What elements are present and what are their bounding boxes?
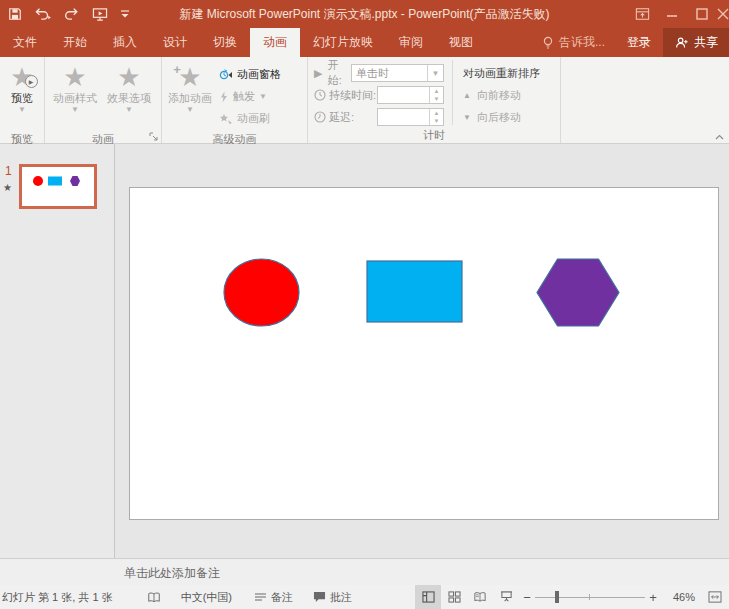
group-preview: ★ ▶ 预览 ▼ 预览 [0,57,45,143]
ribbon-display-options-icon[interactable] [627,0,657,28]
zoom-slider-track[interactable] [535,597,645,598]
move-later-button[interactable]: ▼ 向后移动 [463,110,557,125]
tell-me-button[interactable]: 告诉我... [532,28,615,57]
customize-qat-icon[interactable] [120,8,130,20]
ribbon-empty-space [561,57,729,143]
duration-row: 持续时间: ▲▼ [314,86,444,104]
spellcheck-book-icon [147,591,161,604]
quick-access-toolbar [8,7,130,22]
animation-pane-button[interactable]: 动画窗格 [219,65,281,84]
ellipse-shape[interactable] [224,259,299,326]
trigger-button[interactable]: 触发 ▼ [219,87,281,106]
notes-placeholder[interactable]: 单击此处添加备注 [124,565,220,582]
star-icon: ★ [117,62,140,92]
zoom-slider[interactable] [535,585,645,609]
ribbon: ★ ▶ 预览 ▼ 预览 ★ 动画样式 ▼ ★ 效果选项 ▼ 动画 [0,57,729,144]
dialog-launcher-icon[interactable] [149,132,158,141]
comment-icon [313,591,326,603]
comments-toggle-button[interactable]: 批注 [309,585,356,609]
slide-thumbnail-panel[interactable]: 1 ★ [0,144,115,558]
chevron-down-icon: ▼ [71,105,79,114]
reorder-animation-title: 对动画重新排序 [463,66,557,81]
spinner-down-icon[interactable]: ▼ [430,95,443,103]
notes-toggle-button[interactable]: 备注 [250,585,297,609]
ribbon-tab-row: 文件 开始 插入 设计 切换 动画 幻灯片放映 审阅 视图 告诉我... 登录 … [0,28,729,57]
star-icon: ★ [63,62,86,92]
tab-transitions[interactable]: 切换 [200,28,250,57]
language-status[interactable]: 中文(中国) [177,585,236,609]
sign-in-button[interactable]: 登录 [615,28,663,57]
zoom-in-button[interactable]: + [645,590,661,605]
start-dropdown[interactable]: 单击时 ▼ [351,64,444,82]
normal-view-button[interactable] [415,585,441,609]
play-badge-icon: ▶ [25,75,38,88]
proofing-button[interactable] [143,585,165,609]
zoom-level[interactable]: 46% [661,591,695,603]
delay-spinner[interactable]: ▲▼ [377,108,444,126]
spinner-down-icon[interactable]: ▼ [430,117,443,125]
tab-review[interactable]: 审阅 [386,28,436,57]
start-row: ▶ 开始: 单击时 ▼ [314,64,444,82]
group-timing: ▶ 开始: 单击时 ▼ 持续时间: ▲▼ [308,57,561,143]
reading-view-button[interactable] [467,585,493,609]
reading-view-icon [473,591,487,603]
save-icon[interactable] [8,7,22,21]
tab-file[interactable]: 文件 [0,28,50,57]
slide-sorter-icon [448,591,461,603]
zoom-out-button[interactable]: − [519,590,535,605]
move-earlier-button[interactable]: ▲ 向前移动 [463,88,557,103]
tab-slideshow[interactable]: 幻灯片放映 [300,28,386,57]
slide-sorter-view-button[interactable] [441,585,467,609]
fit-to-window-icon [708,591,722,603]
preview-button[interactable]: ★ ▶ 预览 ▼ [3,60,41,132]
tab-home[interactable]: 开始 [50,28,100,57]
add-animation-star-icon: ★ + [178,62,201,92]
tab-view[interactable]: 视图 [436,28,486,57]
slideshow-icon [500,591,513,603]
slide-canvas[interactable] [129,187,719,520]
maximize-icon[interactable] [687,0,717,28]
preview-star-icon: ★ ▶ [10,62,33,92]
fit-slide-to-window-button[interactable] [703,585,727,609]
share-button[interactable]: 共享 [663,28,729,57]
spinner-up-icon[interactable]: ▲ [430,87,443,95]
animation-pane-icon [219,69,233,81]
add-animation-button[interactable]: ★ + 添加动画 ▼ [165,60,215,132]
slideshow-view-button[interactable] [493,585,519,609]
spinner-up-icon[interactable]: ▲ [430,109,443,117]
tab-insert[interactable]: 插入 [100,28,150,57]
chevron-down-icon: ▼ [186,105,194,114]
duration-spinner[interactable]: ▲▼ [377,86,444,104]
chevron-down-icon: ▼ [125,105,133,114]
lightbulb-icon [542,36,554,50]
zoom-slider-thumb[interactable] [555,591,559,603]
chevron-down-icon[interactable]: ▼ [427,65,443,81]
notes-pane[interactable]: 单击此处添加备注 [0,558,729,586]
slide-count-status: 幻灯片 第 1 张, 共 1 张 [2,590,113,605]
animation-styles-button[interactable]: ★ 动画样式 ▼ [48,60,102,132]
undo-icon[interactable] [34,7,52,21]
chevron-down-icon: ▼ [259,92,267,101]
workspace: 1 ★ [0,144,729,558]
tab-design[interactable]: 设计 [150,28,200,57]
tab-animations[interactable]: 动画 [250,28,300,57]
animation-painter-button[interactable]: 动画刷 [219,109,281,128]
redo-icon[interactable] [64,7,80,21]
animation-indicator-star-icon[interactable]: ★ [3,182,12,193]
minimize-icon[interactable] [657,0,687,28]
plus-icon: + [173,62,181,77]
thumb-hexagon [70,176,80,186]
hexagon-shape[interactable] [537,259,619,326]
triangle-down-icon: ▼ [463,113,471,122]
rectangle-shape[interactable] [367,261,462,322]
status-bar: 幻灯片 第 1 张, 共 1 张 中文(中国) 备注 批注 − [0,585,729,609]
collapse-ribbon-icon[interactable] [715,134,724,140]
close-icon[interactable] [717,0,729,28]
group-advanced-animation: ★ + 添加动画 ▼ 动画窗格 触发 ▼ [162,57,308,143]
notes-icon [254,592,267,603]
slide-thumbnail[interactable] [19,164,97,209]
spinner-arrows[interactable]: ▲▼ [429,87,443,103]
effect-options-button[interactable]: ★ 效果选项 ▼ [102,60,156,132]
start-slideshow-icon[interactable] [92,7,108,22]
spinner-arrows[interactable]: ▲▼ [429,109,443,125]
